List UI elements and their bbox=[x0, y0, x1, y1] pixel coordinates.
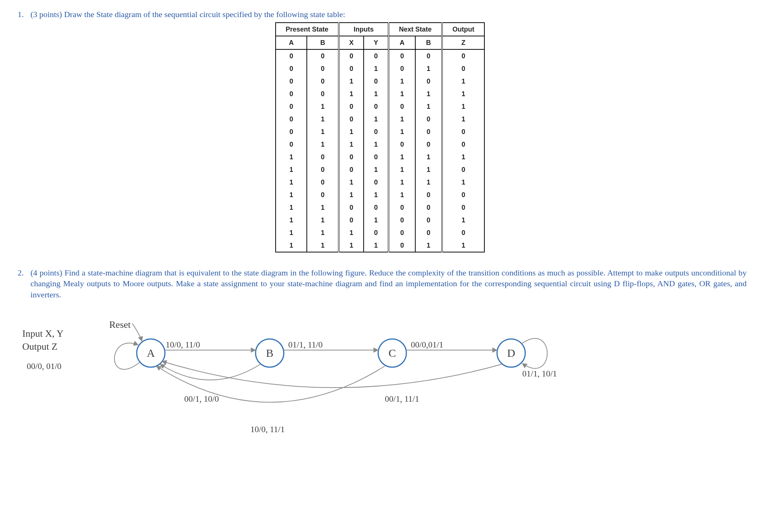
table-cell: 1 bbox=[339, 75, 364, 88]
table-row: 1010111 bbox=[276, 176, 484, 189]
table-cell: 0 bbox=[389, 214, 415, 226]
table-cell: 0 bbox=[442, 189, 484, 201]
table-cell: 0 bbox=[307, 163, 339, 176]
sub-A2: A bbox=[389, 36, 415, 49]
table-cell: 1 bbox=[276, 239, 307, 252]
q1-number: 1. bbox=[13, 9, 24, 20]
table-cell: 1 bbox=[364, 138, 389, 151]
table-cell: 0 bbox=[339, 163, 364, 176]
table-row: 0001010 bbox=[276, 62, 484, 75]
table-cell: 0 bbox=[307, 49, 339, 62]
table-row: 0111000 bbox=[276, 138, 484, 151]
table-row: 0011111 bbox=[276, 88, 484, 100]
table-cell: 1 bbox=[276, 151, 307, 163]
table-cell: 1 bbox=[276, 214, 307, 226]
table-cell: 0 bbox=[442, 125, 484, 138]
state-A: A bbox=[137, 339, 165, 367]
table-cell: 0 bbox=[415, 189, 442, 201]
table-cell: 0 bbox=[442, 201, 484, 214]
table-cell: 0 bbox=[307, 151, 339, 163]
table-cell: 0 bbox=[276, 88, 307, 100]
edge-label-AA: 00/0, 01/0 bbox=[27, 360, 61, 372]
edge-BA bbox=[160, 364, 260, 380]
sub-X: X bbox=[339, 36, 364, 49]
sub-Y: Y bbox=[364, 36, 389, 49]
table-cell: 1 bbox=[389, 176, 415, 189]
hdr-inputs: Inputs bbox=[339, 23, 389, 36]
table-cell: 1 bbox=[339, 176, 364, 189]
table-cell: 1 bbox=[364, 189, 389, 201]
table-cell: 0 bbox=[307, 189, 339, 201]
sub-Z: Z bbox=[442, 36, 484, 49]
state-table: Present State Inputs Next State Output A… bbox=[275, 22, 485, 252]
table-cell: 0 bbox=[389, 49, 415, 62]
hdr-output: Output bbox=[442, 23, 484, 36]
table-cell: 1 bbox=[307, 201, 339, 214]
state-C: C bbox=[378, 339, 406, 367]
table-cell: 0 bbox=[389, 226, 415, 239]
q1-text: (3 points) Draw the State diagram of the… bbox=[30, 9, 747, 20]
table-cell: 0 bbox=[389, 201, 415, 214]
table-cell: 1 bbox=[364, 113, 389, 125]
output-z-label: Output Z bbox=[22, 340, 64, 353]
state-table-header-groups: Present State Inputs Next State Output bbox=[276, 23, 484, 36]
table-cell: 1 bbox=[339, 189, 364, 201]
table-cell: 0 bbox=[415, 201, 442, 214]
q2-number: 2. bbox=[13, 267, 24, 278]
table-row: 1110000 bbox=[276, 226, 484, 239]
table-cell: 0 bbox=[389, 100, 415, 113]
table-cell: 1 bbox=[389, 151, 415, 163]
table-cell: 0 bbox=[389, 239, 415, 252]
table-cell: 1 bbox=[389, 189, 415, 201]
table-cell: 0 bbox=[415, 49, 442, 62]
table-cell: 0 bbox=[307, 176, 339, 189]
state-table-body: 0000000000101000101010011111010001101011… bbox=[276, 49, 484, 252]
table-cell: 1 bbox=[307, 100, 339, 113]
question-2: 2. (4 points) Find a state-machine diagr… bbox=[13, 267, 747, 450]
table-row: 1100000 bbox=[276, 201, 484, 214]
table-cell: 1 bbox=[276, 189, 307, 201]
table-cell: 0 bbox=[276, 100, 307, 113]
table-cell: 0 bbox=[364, 151, 389, 163]
table-cell: 1 bbox=[339, 226, 364, 239]
table-cell: 1 bbox=[364, 88, 389, 100]
state-table-wrap: Present State Inputs Next State Output A… bbox=[13, 22, 747, 252]
table-cell: 1 bbox=[442, 151, 484, 163]
table-cell: 0 bbox=[339, 62, 364, 75]
table-row: 0100011 bbox=[276, 100, 484, 113]
table-cell: 1 bbox=[415, 176, 442, 189]
hdr-next-state: Next State bbox=[389, 23, 442, 36]
table-cell: 1 bbox=[307, 226, 339, 239]
table-row: 1001110 bbox=[276, 163, 484, 176]
hdr-present-state: Present State bbox=[276, 23, 339, 36]
table-cell: 1 bbox=[364, 239, 389, 252]
table-cell: 1 bbox=[442, 214, 484, 226]
state-B: B bbox=[256, 339, 284, 367]
state-diagram-figure: Input X, Y Output Z Reset 00/0, 01/0 10/… bbox=[13, 316, 747, 450]
table-cell: 0 bbox=[415, 75, 442, 88]
edge-DA bbox=[162, 361, 502, 388]
table-cell: 0 bbox=[389, 62, 415, 75]
table-cell: 0 bbox=[415, 113, 442, 125]
table-cell: 1 bbox=[415, 62, 442, 75]
state-table-sub-headers: A B X Y A B Z bbox=[276, 36, 484, 49]
table-cell: 0 bbox=[339, 201, 364, 214]
table-cell: 1 bbox=[415, 163, 442, 176]
table-cell: 0 bbox=[442, 226, 484, 239]
table-cell: 1 bbox=[415, 100, 442, 113]
table-cell: 1 bbox=[276, 176, 307, 189]
table-cell: 1 bbox=[364, 214, 389, 226]
table-cell: 0 bbox=[276, 49, 307, 62]
table-cell: 0 bbox=[389, 138, 415, 151]
table-cell: 0 bbox=[339, 151, 364, 163]
state-A-label: A bbox=[147, 347, 155, 359]
table-cell: 0 bbox=[339, 49, 364, 62]
sub-A1: A bbox=[276, 36, 307, 49]
table-cell: 0 bbox=[442, 62, 484, 75]
q1-prompt: Draw the State diagram of the sequential… bbox=[64, 10, 345, 19]
table-row: 1101001 bbox=[276, 214, 484, 226]
q1-points: (3 points) bbox=[30, 10, 62, 19]
table-row: 0110100 bbox=[276, 125, 484, 138]
sub-B2: B bbox=[415, 36, 442, 49]
table-row: 0000000 bbox=[276, 49, 484, 62]
